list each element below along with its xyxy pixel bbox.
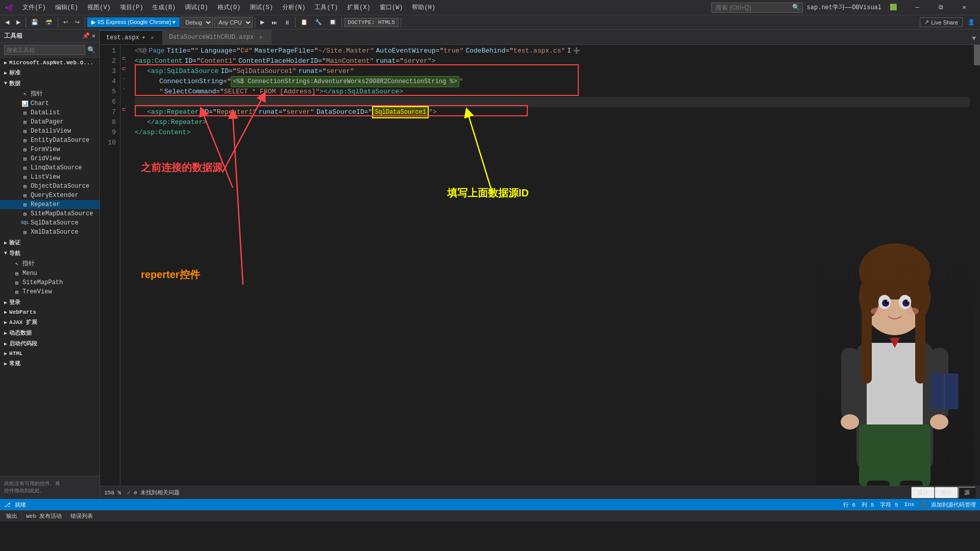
view-mode-tabs: 设计 拆分 源: [911, 487, 976, 498]
sidebar-item-sitemapdatasource[interactable]: ⊞ SiteMapDataSource: [0, 209, 100, 218]
aspnet-arrow: ▶: [4, 60, 7, 66]
output-tab[interactable]: 输出: [2, 512, 22, 520]
sidebar-pin-icon[interactable]: 📌: [82, 32, 90, 40]
menu-format[interactable]: 格式(O): [213, 2, 245, 13]
sidebar-nav-menu[interactable]: ⊞ Menu: [0, 269, 100, 278]
icons2-btn[interactable]: 🔧: [312, 18, 325, 27]
save-all-btn[interactable]: 🗃️: [42, 18, 56, 27]
menu-tools[interactable]: 工具(T): [310, 2, 342, 13]
general-label: 常规: [9, 360, 20, 367]
sidebar-item-chart[interactable]: 📊 Chart: [0, 99, 100, 108]
sidebar-section-startup[interactable]: ▶ 启动代码段: [0, 338, 100, 348]
maximize-button[interactable]: ⧉: [929, 0, 952, 15]
html-label: HTML: [9, 350, 22, 357]
sidebar-item-sqldatasource[interactable]: SQL SqlDataSource: [0, 218, 100, 228]
menu-help[interactable]: 帮助(H): [408, 2, 439, 13]
tab-more-btn[interactable]: ▼: [968, 33, 980, 44]
account-btn[interactable]: 👤: [965, 18, 978, 27]
web-publish-tab[interactable]: Web 发布活动: [22, 512, 66, 520]
step-over-btn[interactable]: ⏭: [268, 18, 280, 27]
search-input[interactable]: [711, 3, 803, 13]
sidebar-close-icon[interactable]: ✕: [92, 32, 95, 40]
annotation-fill-source-id: 填写上面数据源ID: [447, 188, 529, 198]
design-tab[interactable]: 设计: [911, 487, 935, 498]
tab-datasource-close[interactable]: ✕: [257, 33, 265, 41]
sep5: [295, 17, 296, 28]
sidebar-nav-treeview[interactable]: ⊞ TreeView: [0, 287, 100, 296]
menu-test[interactable]: 测试(S): [246, 2, 277, 13]
sidebar-item-datalist[interactable]: ⊞ DataList: [0, 108, 100, 117]
sidebar-item-formview[interactable]: ⊞ FormView: [0, 145, 100, 154]
sidebar-nav-pointer[interactable]: ↖ 指针: [0, 258, 100, 269]
icons-btn[interactable]: 📋: [298, 18, 311, 27]
menu-analyze[interactable]: 分析(N): [278, 2, 310, 13]
split-tab[interactable]: 拆分: [935, 487, 958, 498]
sidebar-item-listview[interactable]: ⊞ ListView: [0, 172, 100, 182]
break-btn[interactable]: ⏸: [281, 18, 293, 27]
sidebar-section-html[interactable]: ▶ HTML: [0, 348, 100, 358]
menu-debug[interactable]: 调试(D): [181, 2, 212, 13]
editor-content: 1 2 3 4 5 6 7 8 9 10 ⊏ ⊏ · · ⊏: [100, 45, 980, 486]
run-button[interactable]: ▶ IIS Express (Google Chrome) ▾: [87, 17, 180, 27]
fwd-btn[interactable]: ▶: [13, 18, 23, 27]
back-btn[interactable]: ◀: [2, 18, 12, 27]
menu-window[interactable]: 窗口(W): [376, 2, 407, 13]
margin-bracket-2: ⊏: [122, 55, 126, 62]
redo-btn[interactable]: ↪: [72, 18, 83, 27]
sidebar-section-general[interactable]: ▶ 常规: [0, 358, 100, 368]
sidebar-section-validation[interactable]: ▶ 验证: [0, 237, 100, 247]
close-button[interactable]: ✕: [952, 0, 976, 15]
menu-view[interactable]: 视图(V): [83, 2, 115, 13]
source-tab[interactable]: 源: [958, 487, 976, 498]
live-share-button[interactable]: ↗ Live Share: [920, 17, 963, 27]
sidebar-item-objectdatasource[interactable]: ⊞ ObjectDataSource: [0, 182, 100, 191]
sidebar-item-gridview[interactable]: ⊞ GridView: [0, 154, 100, 163]
tab-datasource[interactable]: DataSourceWithCRUD.aspx ✕: [163, 30, 272, 44]
menu-file[interactable]: 文件(F): [18, 2, 50, 13]
code-area[interactable]: <%@ Page Title="" Language="C#" MasterPa…: [131, 45, 974, 486]
svg-point-12: [910, 277, 930, 317]
undo-btn[interactable]: ↩: [60, 18, 71, 27]
sidebar-section-nav[interactable]: ▼ 导航: [0, 247, 100, 258]
sidebar-section-login[interactable]: ▶ 登录: [0, 296, 100, 307]
sidebar-item-detailsview[interactable]: ⊞ DetailsView: [0, 127, 100, 136]
sidebar-item-datapager[interactable]: ⊞ DataPager: [0, 117, 100, 127]
menu-build[interactable]: 生成(B): [148, 2, 180, 13]
svg-rect-9: [862, 282, 872, 384]
editor-scrollbar[interactable]: [974, 45, 980, 486]
sidebar-section-standard[interactable]: ▶ 标准: [0, 67, 100, 78]
sidebar-item-xmldatasource[interactable]: ⊞ XmlDataSource: [0, 228, 100, 237]
tab-test-close[interactable]: ✕: [148, 34, 156, 42]
debug-config-select[interactable]: Debug: [181, 17, 213, 28]
errors-tab[interactable]: 错误列表: [66, 512, 97, 520]
xml-icon: ⊞: [20, 229, 30, 236]
sidebar-section-ajax[interactable]: ▶ AJAX 扩展: [0, 316, 100, 327]
sidebar-item-queryextender[interactable]: ⊞ QueryExtender: [0, 191, 100, 200]
cpu-config-select[interactable]: Any CPU: [214, 17, 253, 28]
sidebar-item-entitydatasource[interactable]: ⊞ EntityDataSource: [0, 136, 100, 145]
icons3-btn[interactable]: 🔲: [326, 18, 339, 27]
sidebar-item-pointer[interactable]: ↖ 指针: [0, 88, 100, 99]
menu-extensions[interactable]: 扩展(X): [343, 2, 375, 13]
step-play-btn[interactable]: ▶: [257, 18, 267, 27]
sidebar-search-input[interactable]: [4, 45, 85, 55]
sidebar-item-linqdatasource[interactable]: ⊞ LinqDataSource: [0, 163, 100, 172]
code-attr-id-7: ID: [201, 107, 209, 117]
scrollbar-thumb[interactable]: [974, 45, 980, 65]
xml-label: XmlDataSource: [31, 229, 79, 236]
tab-test-aspx[interactable]: test.aspx ● ✕: [100, 30, 163, 44]
sidebar-section-aspnet[interactable]: ▶ Microsoft.AspNet.Web.O...: [0, 58, 100, 67]
sidebar-section-data[interactable]: ▼ 数据: [0, 78, 100, 88]
title-right: 🔍 sap.net学习——DBVisual 🟩: [711, 3, 897, 13]
sidebar-section-webparts[interactable]: ▶ WebParts: [0, 307, 100, 316]
nav-label: 导航: [9, 249, 20, 257]
sidebar-nav-sitemappath[interactable]: ⊞ SiteMapPath: [0, 278, 100, 287]
minimize-button[interactable]: —: [905, 0, 929, 15]
menu-project[interactable]: 项目(P): [116, 2, 148, 13]
save-btn[interactable]: 💾: [28, 18, 41, 27]
status-git-add[interactable]: ➕ 添加到源代码管理: [920, 501, 976, 509]
sidebar-section-dynamic[interactable]: ▶ 动态数据: [0, 327, 100, 338]
menu-edit[interactable]: 编辑(E): [51, 2, 83, 13]
sitemap-icon: ⊞: [20, 211, 30, 217]
sidebar-item-repeater[interactable]: ⊞ Repeater: [0, 200, 100, 209]
